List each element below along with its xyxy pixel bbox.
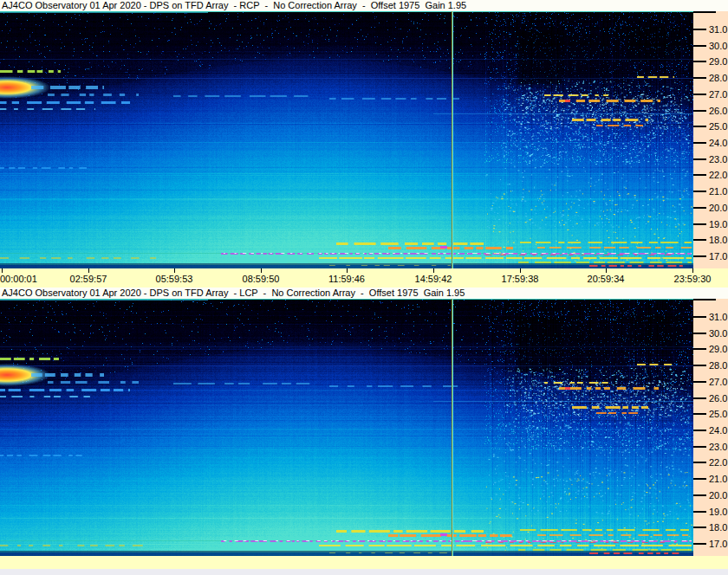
freq-tick-label: 19.0	[709, 219, 727, 230]
freq-tick	[693, 174, 706, 176]
freq-tick	[693, 223, 706, 225]
lcp-frequency-axis: 31.030.029.028.027.026.025.024.023.022.0…	[693, 299, 728, 556]
freq-tick	[693, 397, 706, 399]
freq-tick	[693, 430, 706, 431]
freq-tick	[693, 413, 706, 415]
time-tick	[606, 268, 607, 273]
freq-tick	[693, 381, 706, 383]
rcp-spectrogram[interactable]	[0, 11, 693, 268]
freq-tick-label: 22.0	[709, 170, 727, 181]
freq-tick	[693, 45, 706, 47]
freq-tick	[693, 207, 706, 209]
time-tick-label: 05:59:53	[147, 274, 201, 284]
freq-tick	[693, 446, 706, 448]
freq-tick-label: 28.0	[709, 360, 727, 371]
time-tick	[520, 268, 521, 273]
freq-tick-label: 28.0	[709, 73, 727, 84]
freq-tick-label: 21.0	[709, 186, 727, 197]
freq-tick-label: 18.0	[709, 522, 727, 533]
freq-tick-label: 26.0	[709, 106, 727, 117]
freq-tick-label: 19.0	[709, 507, 727, 518]
freq-tick	[693, 365, 706, 366]
time-tick-label: 23:59:30	[666, 274, 719, 284]
freq-tick-label: 29.0	[709, 56, 727, 68]
freq-tick	[693, 494, 706, 496]
freq-tick	[693, 29, 706, 30]
freq-tick	[693, 77, 706, 79]
time-tick-label: 00:00:01	[0, 274, 54, 284]
freq-tick-label: 27.0	[709, 377, 727, 388]
time-tick	[2, 268, 3, 273]
freq-tick-label: 17.0	[709, 539, 727, 550]
freq-tick-label: 17.0	[709, 251, 727, 262]
freq-axis-edge-tick	[693, 11, 716, 13]
freq-tick-label: 31.0	[709, 312, 727, 323]
lcp-plot-row: 31.030.029.028.027.026.025.024.023.022.0…	[0, 299, 728, 556]
lcp-title: AJ4CO Observatory 01 Apr 2020 - DPS on T…	[0, 288, 728, 299]
time-tick	[174, 268, 175, 273]
freq-tick-label: 24.0	[709, 138, 727, 149]
freq-tick	[693, 110, 706, 112]
freq-tick	[693, 333, 706, 334]
bottom-strip	[0, 569, 728, 575]
freq-tick-label: 20.0	[709, 490, 727, 501]
freq-tick	[693, 511, 706, 513]
freq-tick-label: 20.0	[709, 203, 727, 214]
time-tick-label: 14:59:42	[406, 274, 460, 284]
rcp-frequency-axis: 31.030.029.028.027.026.025.024.023.022.0…	[693, 11, 728, 268]
freq-tick	[693, 158, 706, 160]
freq-tick-label: 31.0	[709, 24, 727, 36]
freq-tick	[693, 316, 706, 318]
lcp-spectrogram[interactable]	[0, 299, 693, 556]
freq-tick-label: 23.0	[709, 154, 727, 165]
freq-tick-label: 18.0	[709, 235, 727, 246]
freq-tick-label: 30.0	[709, 328, 727, 339]
freq-tick	[693, 543, 706, 545]
time-tick	[261, 268, 262, 273]
time-tick-label: 08:59:50	[234, 274, 288, 284]
spectrograph-window: AJ4CO Observatory 01 Apr 2020 - DPS on T…	[0, 0, 728, 575]
freq-tick-label: 24.0	[709, 425, 727, 436]
rcp-plot-row: 31.030.029.028.027.026.025.024.023.022.0…	[0, 11, 728, 268]
freq-tick-label: 25.0	[709, 409, 727, 420]
time-tick-label: 17:59:38	[493, 274, 547, 284]
freq-axis-edge-tick	[693, 299, 716, 300]
freq-tick-label: 27.0	[709, 89, 727, 100]
freq-tick-label: 30.0	[709, 41, 727, 52]
lcp-time-axis-empty	[0, 556, 728, 569]
freq-tick	[693, 61, 706, 62]
freq-tick	[693, 239, 706, 241]
time-tick-label: 11:59:46	[320, 274, 374, 284]
freq-tick-label: 22.0	[709, 457, 727, 468]
freq-tick	[693, 348, 706, 350]
time-tick-label: 02:59:57	[62, 274, 115, 284]
freq-tick	[693, 462, 706, 463]
time-tick	[433, 268, 434, 273]
time-tick-label: 20:59:34	[579, 274, 633, 284]
time-tick	[88, 268, 89, 273]
freq-tick-label: 25.0	[709, 121, 727, 132]
freq-tick-label: 26.0	[709, 393, 727, 404]
time-axis: 00:00:0102:59:5705:59:5308:59:5011:59:46…	[0, 268, 728, 288]
freq-tick	[693, 191, 706, 192]
freq-tick-label: 21.0	[709, 474, 727, 485]
rcp-title: AJ4CO Observatory 01 Apr 2020 - DPS on T…	[0, 0, 728, 11]
freq-tick	[693, 255, 706, 257]
freq-tick	[693, 142, 706, 144]
freq-tick	[693, 126, 706, 127]
freq-tick-label: 29.0	[709, 344, 727, 355]
freq-tick	[693, 478, 706, 480]
freq-tick-label: 23.0	[709, 442, 727, 453]
freq-tick	[693, 527, 706, 528]
time-tick	[347, 268, 348, 273]
freq-tick	[693, 94, 706, 95]
time-tick	[692, 268, 693, 273]
